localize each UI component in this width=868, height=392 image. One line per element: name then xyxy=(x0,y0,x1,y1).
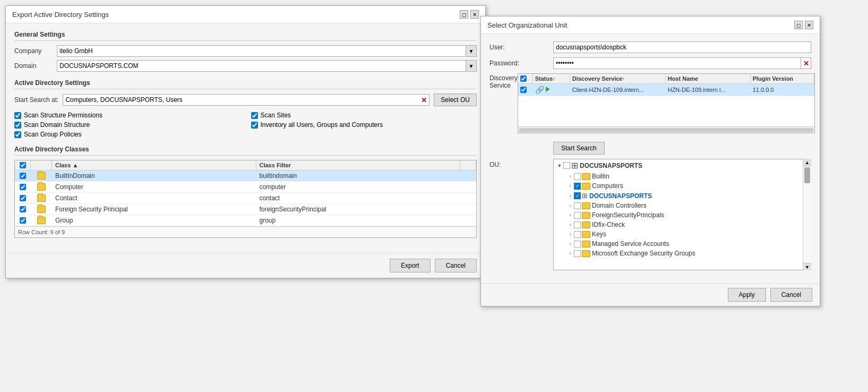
ad-checkboxes: Scan Structure Permissions Scan Sites Sc… xyxy=(14,112,477,138)
company-label: Company xyxy=(14,47,57,55)
tree-item-keys[interactable]: › Keys xyxy=(554,229,811,239)
apply-button[interactable]: Apply xyxy=(728,288,766,302)
inventory-all-checkbox[interactable] xyxy=(251,122,258,129)
ou-scrollbar[interactable]: ▲ ▼ xyxy=(803,159,811,270)
tree-item-docusnapsports-root[interactable]: ▼ ⊞ DOCUSNAPSPORTS xyxy=(554,159,811,172)
right-dialog-restore-btn[interactable]: ◻ xyxy=(794,21,803,29)
scan-sites-label: Scan Sites xyxy=(261,112,291,119)
tree-item-builtin[interactable]: › Builtin xyxy=(554,172,811,181)
checkbox-managed-service[interactable] xyxy=(574,241,581,248)
right-dialog-titlebar: Select Organizational Unit ◻ ✕ xyxy=(481,16,820,34)
scan-domain-checkbox[interactable] xyxy=(14,122,21,129)
checkbox-idfix[interactable] xyxy=(574,221,581,228)
domain-label: Domain xyxy=(14,62,57,70)
domain-select[interactable]: DOCUSNAPSPORTS.COM xyxy=(57,60,466,72)
disc-table-row[interactable]: 🔗 Client-HZN-DE-109.intern... HZN-DE-109… xyxy=(518,84,814,96)
company-select[interactable]: itelio GmbH xyxy=(57,45,466,57)
tree-label-computers: Computers xyxy=(592,182,623,190)
tree-item-docusnapsports[interactable]: › ⊞ DOCUSNAPSPORTS xyxy=(554,191,811,201)
row-check xyxy=(15,171,31,181)
expand-docusnapsports[interactable]: › xyxy=(566,192,574,200)
table-row[interactable]: Group group xyxy=(15,215,476,226)
checkbox-computers[interactable] xyxy=(574,183,581,190)
table-row[interactable]: BuiltInDomain builtindomain xyxy=(15,171,476,182)
expand-foreign-security[interactable]: › xyxy=(566,211,574,219)
scan-structure-checkbox[interactable] xyxy=(14,112,21,119)
row-extra xyxy=(460,193,476,203)
expand-exchange[interactable]: › xyxy=(566,250,574,257)
inventory-all-row: Inventory all Users, Groups and Computer… xyxy=(251,121,477,129)
tree-item-managed-service[interactable]: › Managed Service Accounts xyxy=(554,239,811,249)
expand-computers[interactable]: › xyxy=(566,182,574,190)
scan-group-row: Scan Group Policies xyxy=(14,131,240,138)
left-dialog-close-btn[interactable]: ✕ xyxy=(470,10,479,19)
tree-item-computers[interactable]: › Computers xyxy=(554,181,811,191)
start-search-input[interactable] xyxy=(63,95,418,105)
expand-keys[interactable]: › xyxy=(566,231,574,238)
tree-item-foreign-security[interactable]: › ForeignSecurityPrincipals xyxy=(554,210,811,220)
left-dialog-restore-btn[interactable]: ◻ xyxy=(460,10,468,19)
disc-col-host[interactable]: Host Name xyxy=(666,74,751,83)
disc-row-plugin: 11.0.0.0 xyxy=(751,84,814,96)
expand-builtin[interactable]: › xyxy=(566,173,574,180)
checkbox-docusnapsports[interactable] xyxy=(574,192,581,199)
checkbox-domain-controllers[interactable] xyxy=(574,202,581,209)
right-cancel-button[interactable]: Cancel xyxy=(770,288,812,302)
expand-domain-controllers[interactable]: › xyxy=(566,202,574,209)
expand-managed-service[interactable]: › xyxy=(566,240,574,248)
scan-sites-checkbox[interactable] xyxy=(251,112,258,119)
row-extra xyxy=(460,171,476,181)
password-label: Password: xyxy=(489,59,553,67)
tree-item-exchange[interactable]: › Microsoft Exchange Security Groups xyxy=(554,249,811,258)
checkbox-exchange[interactable] xyxy=(574,250,581,257)
disc-row-check xyxy=(518,84,533,96)
table-row[interactable]: Computer computer xyxy=(15,182,476,193)
table-row[interactable]: Contact contact xyxy=(15,193,476,204)
left-cancel-button[interactable]: Cancel xyxy=(435,259,477,272)
ou-section: OU: ▼ ⊞ DOCUSNAPSPORTS › Built xyxy=(489,159,811,270)
tree-label-builtin: Builtin xyxy=(592,173,609,180)
domain-dropdown-arrow[interactable]: ▼ xyxy=(466,60,477,72)
row-class: Group xyxy=(52,215,256,226)
scrollbar-up-btn[interactable]: ▲ xyxy=(803,159,811,166)
disc-scrollbar-thumb[interactable] xyxy=(519,128,813,132)
disc-col-discovery[interactable]: Discovery Service xyxy=(570,74,666,83)
user-input[interactable] xyxy=(553,41,811,53)
row-extra xyxy=(460,204,476,215)
domain-row: Domain DOCUSNAPSPORTS.COM ▼ xyxy=(14,60,477,72)
scrollbar-down-btn[interactable]: ▼ xyxy=(803,263,811,270)
checkbox-docusnapsports-root[interactable] xyxy=(563,162,570,169)
checkbox-builtin[interactable] xyxy=(574,173,581,180)
expand-idfix[interactable]: › xyxy=(566,221,574,228)
right-dialog-footer: Apply Cancel xyxy=(481,283,820,306)
row-icon xyxy=(31,204,52,215)
tree-label-keys: Keys xyxy=(592,231,606,238)
export-button[interactable]: Export xyxy=(390,259,431,272)
expand-docusnapsports-root[interactable]: ▼ xyxy=(556,162,563,169)
general-settings-title: General Settings xyxy=(14,31,477,41)
scan-group-checkbox[interactable] xyxy=(14,131,21,138)
password-clear-btn[interactable]: ✕ xyxy=(801,57,811,69)
password-input[interactable] xyxy=(553,57,801,69)
row-filter: contact xyxy=(256,193,461,203)
select-ou-dialog: Select Organizational Unit ◻ ✕ User: Pas… xyxy=(480,16,820,306)
left-dialog-title: Export Active Directory Settings xyxy=(12,11,109,19)
start-search-button[interactable]: Start Search xyxy=(553,142,605,155)
start-search-clear-btn[interactable]: ✕ xyxy=(418,95,429,105)
disc-row-status: 🔗 xyxy=(533,84,570,96)
select-ou-button[interactable]: Select OU xyxy=(434,93,477,106)
col-icon xyxy=(31,160,52,170)
tree-item-idfix[interactable]: › IDfix-Check xyxy=(554,220,811,229)
disc-col-plugin[interactable]: Plugin Version xyxy=(751,74,814,83)
col-filter: Class Filter xyxy=(256,160,461,170)
row-filter: builtindomain xyxy=(256,171,461,181)
row-check xyxy=(15,204,31,215)
table-row[interactable]: Foreign Security Principal foreignSecuri… xyxy=(15,204,476,215)
tree-item-domain-controllers[interactable]: › Domain Controllers xyxy=(554,201,811,210)
checkbox-keys[interactable] xyxy=(574,231,581,238)
checkbox-foreign-security[interactable] xyxy=(574,212,581,219)
right-dialog-close-btn[interactable]: ✕ xyxy=(805,21,813,29)
scrollbar-thumb[interactable] xyxy=(804,167,810,183)
disc-col-status[interactable]: Status xyxy=(533,74,570,83)
company-dropdown-arrow[interactable]: ▼ xyxy=(466,45,477,57)
